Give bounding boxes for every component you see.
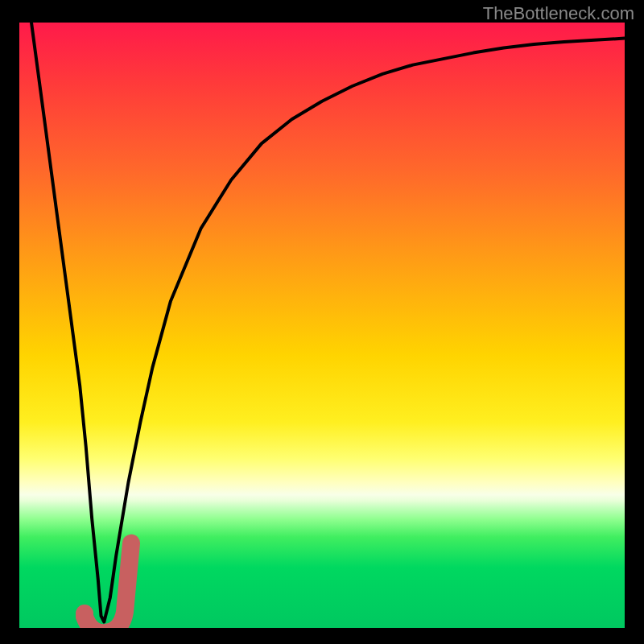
chart-svg <box>19 23 625 628</box>
highlight-marker <box>76 543 131 628</box>
bottleneck-curve <box>31 23 625 622</box>
chart-plot-area <box>19 23 625 628</box>
watermark-text: TheBottleneck.com <box>483 3 634 24</box>
